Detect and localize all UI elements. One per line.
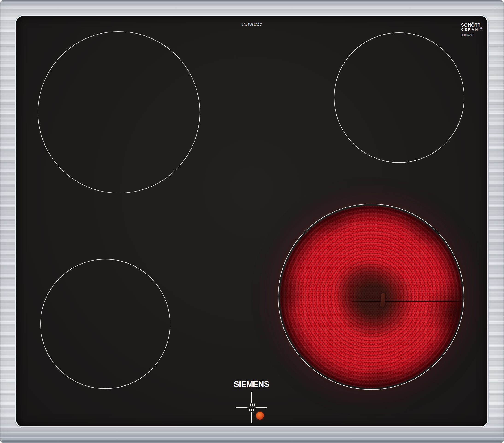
cooking-zone-rear-left <box>38 31 200 193</box>
power-on-indicator-dot <box>256 412 264 420</box>
heating-element-center-notch <box>380 293 385 308</box>
cooking-zone-front-right-active <box>278 204 464 390</box>
alignment-cross-horizontal-right <box>255 407 267 408</box>
residual-heat-icon <box>248 403 255 412</box>
registered-trademark-symbol: ® <box>481 27 482 30</box>
model-number-print: EA645GEA1C <box>235 22 268 26</box>
cooking-zone-front-left <box>40 259 170 389</box>
heating-element-divider-line <box>351 301 465 302</box>
cooktop-product-photo: EA645GEA1C SCHOTT CERAN ® 9001355481 SIE… <box>0 0 504 443</box>
glowing-heating-element <box>280 206 462 388</box>
alignment-cross-vertical-top <box>251 392 252 403</box>
serial-number-print: 9001355481 <box>461 34 474 36</box>
ceran-logo-text: CERAN <box>461 28 483 31</box>
schott-orbit-swoosh-icon <box>469 22 476 25</box>
cooking-zone-rear-right <box>334 33 464 163</box>
schott-ceran-logo: SCHOTT CERAN ® <box>461 23 483 31</box>
alignment-cross-horizontal-left <box>235 407 248 408</box>
alignment-cross-vertical-bottom <box>251 412 252 424</box>
siemens-wordmark: SIEMENS <box>234 379 270 389</box>
